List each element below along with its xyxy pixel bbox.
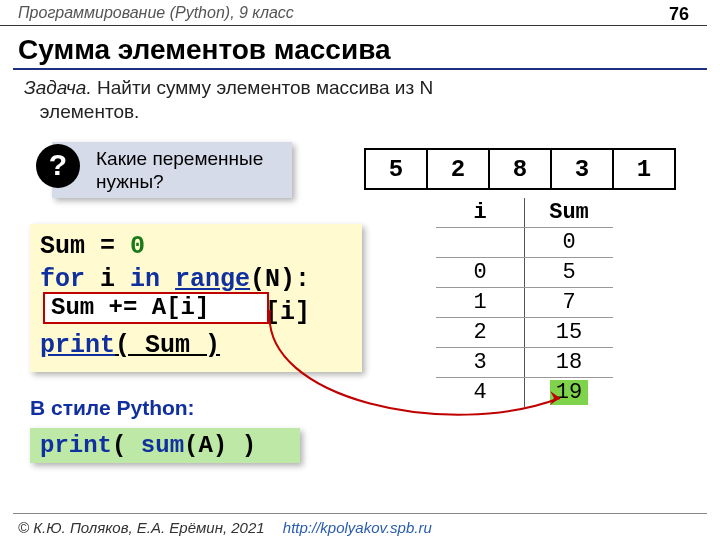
footer-authors: © К.Ю. Поляков, Е.А. Ерёмин, 2021 [18, 519, 265, 536]
array-cell: 2 [427, 149, 489, 189]
trace-head-i: i [436, 198, 525, 227]
python-style-label: В стиле Python: [30, 396, 195, 420]
array-cell: 1 [613, 149, 675, 189]
trace-head-sum: Sum [525, 198, 613, 227]
question-mark-icon: ? [36, 144, 80, 188]
task-line1: Найти сумму элементов массива из N [97, 77, 433, 98]
array-cell: 5 [365, 149, 427, 189]
trace-table: i Sum 0 05 17 215 318 4 19 [436, 198, 613, 407]
python-code-block: print( sum(A) ) [30, 428, 300, 463]
task-line2: элементов. [40, 101, 139, 122]
page-number: 76 [669, 4, 689, 25]
question-line2: нужны? [96, 171, 164, 192]
task-text: Задача. Найти сумму элементов массива из… [24, 76, 433, 124]
final-sum-highlight: 19 [550, 380, 588, 405]
question-box: Какие переменные нужны? [52, 142, 292, 198]
course-label: Программирование (Python), 9 класс [18, 4, 294, 21]
footer-divider [13, 513, 707, 514]
footer-url: http://kpolyakov.spb.ru [283, 519, 432, 536]
slide-title: Сумма элементов массива [18, 34, 391, 66]
question-line1: Какие переменные [96, 148, 263, 169]
array-cell: 8 [489, 149, 551, 189]
slide-header: Программирование (Python), 9 класс 76 [0, 0, 707, 26]
task-label: Задача. [24, 77, 92, 98]
array-cell: 3 [551, 149, 613, 189]
title-underline [13, 68, 707, 70]
code-highlight: Sum += A[i] [43, 292, 269, 324]
array-values-table: 5 2 8 3 1 [364, 148, 676, 190]
footer: © К.Ю. Поляков, Е.А. Ерёмин, 2021 http:/… [18, 519, 432, 536]
